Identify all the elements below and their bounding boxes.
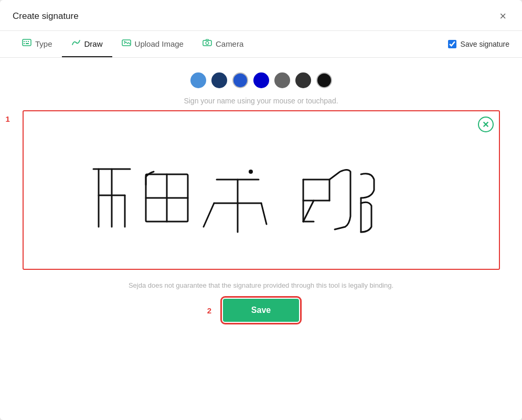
signature-svg <box>24 111 499 269</box>
color-dot-gray1[interactable] <box>274 72 290 88</box>
clear-icon: ✕ <box>482 120 489 130</box>
create-signature-modal: Create signature × Type <box>0 0 522 420</box>
step1-label: 1 <box>6 114 10 123</box>
svg-point-9 <box>124 41 125 42</box>
tabs-row: Type Draw Upload Image <box>0 31 522 58</box>
save-signature-checkbox[interactable] <box>448 40 456 48</box>
modal-header: Create signature × <box>0 0 522 31</box>
save-signature-area: Save signature <box>448 40 509 48</box>
color-dot-blue4[interactable] <box>253 72 269 88</box>
signature-canvas[interactable]: ✕ <box>23 110 500 270</box>
signature-area-wrapper: 1 ✕ <box>23 110 500 270</box>
save-button[interactable]: Save <box>223 299 299 322</box>
tab-camera[interactable]: Camera <box>193 32 253 57</box>
draw-icon <box>71 38 81 49</box>
color-dot-black[interactable] <box>316 72 332 88</box>
modal-title: Create signature <box>13 11 79 22</box>
svg-rect-0 <box>23 39 31 46</box>
keyboard-icon <box>22 39 31 48</box>
disclaimer-text: Sejda does not guarantee that the signat… <box>129 281 393 289</box>
svg-rect-2 <box>26 41 27 42</box>
color-dot-blue1[interactable] <box>190 72 206 88</box>
svg-rect-3 <box>28 41 29 42</box>
tab-draw[interactable]: Draw <box>62 31 112 57</box>
save-signature-label[interactable]: Save signature <box>461 40 509 48</box>
tab-draw-label: Draw <box>84 39 103 48</box>
camera-icon <box>203 39 212 48</box>
svg-point-11 <box>206 41 209 45</box>
tab-upload-label: Upload Image <box>135 39 184 48</box>
color-dot-gray2[interactable] <box>295 72 311 88</box>
color-dot-blue2[interactable] <box>211 72 227 88</box>
save-row: 2 Save <box>223 299 299 322</box>
svg-rect-10 <box>203 40 211 46</box>
svg-point-13 <box>249 170 253 174</box>
modal-body: Sign your name using your mouse or touch… <box>0 58 522 420</box>
tab-upload[interactable]: Upload Image <box>112 31 193 57</box>
svg-rect-6 <box>26 43 29 44</box>
close-button[interactable]: × <box>496 9 509 23</box>
hint-text: Sign your name using your mouse or touch… <box>184 97 338 105</box>
tab-camera-label: Camera <box>216 39 243 48</box>
upload-icon <box>122 38 131 49</box>
tab-type-label: Type <box>35 39 52 48</box>
color-dot-blue3[interactable] <box>232 72 248 88</box>
step2-label: 2 <box>207 306 211 315</box>
color-selector <box>190 72 332 88</box>
svg-rect-1 <box>24 41 25 42</box>
svg-rect-5 <box>24 43 25 44</box>
tab-type[interactable]: Type <box>13 32 62 57</box>
clear-signature-button[interactable]: ✕ <box>478 117 494 132</box>
